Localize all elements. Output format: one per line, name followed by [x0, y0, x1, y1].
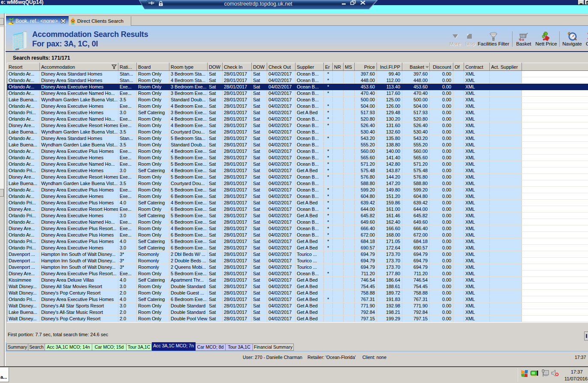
svg-text:comostreetrdp.topdog.uk.net: comostreetrdp.topdog.uk.net — [224, 1, 292, 7]
